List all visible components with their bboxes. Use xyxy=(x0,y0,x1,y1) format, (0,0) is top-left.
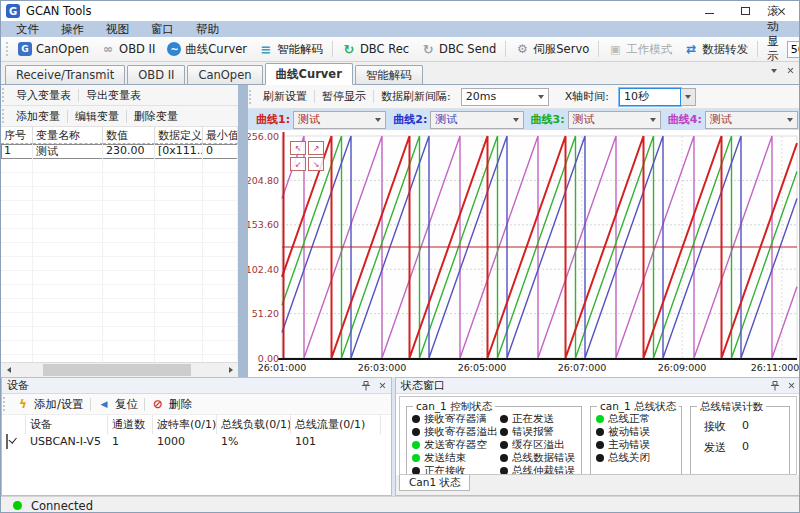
tab-overflow-chevron-down-icon[interactable] xyxy=(771,69,777,73)
empty-cell xyxy=(203,271,238,285)
maximize-icon xyxy=(741,7,750,15)
column-header[interactable]: 数据定义 xyxy=(155,127,203,144)
xaxis-time-select[interactable]: 10秒 xyxy=(619,88,681,106)
y-tick-label: 256.00 xyxy=(248,131,279,142)
led-icon xyxy=(596,428,604,436)
table-cell: 0 xyxy=(203,144,238,159)
xaxis-time-dropdown-button[interactable] xyxy=(681,88,696,106)
column-header[interactable]: 总线负载(0/1) xyxy=(217,415,291,434)
empty-cell xyxy=(33,271,103,285)
status-panel: 状态窗口 can_1 控制状态接收寄存器满接收寄存器溢出发送寄存器空发送结束正在… xyxy=(395,377,800,496)
variables-edit-button-0[interactable]: 添加变量 xyxy=(9,109,67,124)
interval-select[interactable]: 20ms xyxy=(461,88,549,106)
pin-icon[interactable] xyxy=(361,381,371,391)
toolbar-button[interactable]: ⚙伺服Servo xyxy=(509,39,595,60)
bottom-dock: 设备 ϟ添加/设置◀复位⊘删除 设备通道数波特率(0/1)总线负载(0/1)总线… xyxy=(1,377,800,496)
empty-table-row xyxy=(1,187,238,201)
device-toolbar-button-0[interactable]: ϟ添加/设置 xyxy=(10,394,90,415)
smart-decode-icon: ≡ xyxy=(259,42,273,56)
empty-cell xyxy=(103,257,155,271)
table-row[interactable]: 1测试230.00[0x111...0 xyxy=(1,144,238,159)
status-indicator-label: 总线仲裁错误 xyxy=(512,464,575,475)
tab-4[interactable]: 智能解码 xyxy=(355,65,423,84)
column-header[interactable]: 设备 xyxy=(26,415,108,434)
device-toolbar-button-2[interactable]: ⊘删除 xyxy=(145,394,198,415)
variables-io-button-0[interactable]: 导入变量表 xyxy=(9,88,78,103)
chart-pan-button-0[interactable]: ↖ xyxy=(290,141,306,155)
device-row[interactable]: USBCAN-I-V5110001%101 xyxy=(2,434,391,452)
menu-item-0[interactable]: 文件 xyxy=(5,22,50,37)
toolbar-buttons: GCanOpen∞OBD II~曲线Curver≡智能解码↻DBC Rec↻DB… xyxy=(12,39,754,60)
column-header[interactable]: 变量名称 xyxy=(33,127,103,144)
tab-3[interactable]: 曲线Curver xyxy=(265,63,353,85)
curve-panel: 刷新设置 暂停显示 数据刷新间隔: 20ms X轴时间: 10秒 曲线1:测试曲… xyxy=(248,85,800,377)
pin-icon[interactable] xyxy=(770,381,780,391)
status-tab-strip: Can1 状态 xyxy=(396,475,800,495)
error-counter-label: 接收 xyxy=(704,419,726,434)
menu-item-3[interactable]: 窗口 xyxy=(140,22,185,37)
chart-area[interactable]: ↖↗↙↘ 256.00204.80153.60102.4051.200.0026… xyxy=(248,130,800,377)
empty-cell xyxy=(103,355,155,362)
column-header[interactable]: 波特率(0/1) xyxy=(153,415,217,434)
curve-chart-plot[interactable]: 256.00204.80153.60102.4051.200.0026:01:0… xyxy=(248,130,800,377)
scroll-left-button[interactable] xyxy=(1,363,16,377)
chart-pan-button-1[interactable]: ↗ xyxy=(308,141,324,155)
variables-edit-button-1[interactable]: 编辑变量 xyxy=(68,109,126,124)
close-panel-icon[interactable] xyxy=(788,382,795,389)
empty-cell xyxy=(33,159,103,173)
column-header[interactable]: 通道数 xyxy=(108,415,153,434)
empty-cell xyxy=(103,229,155,243)
toolbar-button[interactable]: ↻DBC Rec xyxy=(336,39,415,60)
menu-item-2[interactable]: 视图 xyxy=(95,22,140,37)
error-counter-group-title: 总线错误计数 xyxy=(697,400,766,414)
pause-display-button[interactable]: 暂停显示 xyxy=(315,89,373,104)
toolbar-button[interactable]: ≡智能解码 xyxy=(253,39,329,60)
toolbar-button[interactable]: ⇄数据转发 xyxy=(678,39,754,60)
toolbar-button[interactable]: GCanOpen xyxy=(12,39,95,60)
column-header[interactable]: 序号 xyxy=(1,127,33,144)
status-indicator: 接收寄存器溢出 xyxy=(412,426,496,439)
window-title: GCAN Tools xyxy=(26,4,91,18)
column-header[interactable]: 最小值 xyxy=(203,127,238,144)
empty-cell xyxy=(33,201,103,215)
menu-item-1[interactable]: 操作 xyxy=(50,22,95,37)
empty-cell xyxy=(1,201,33,215)
empty-cell xyxy=(155,271,203,285)
status-indicator: 总线正常 xyxy=(596,413,676,426)
tab-1[interactable]: OBD II xyxy=(127,65,185,84)
tab-close-icon[interactable] xyxy=(787,67,794,74)
column-header[interactable]: 数值 xyxy=(103,127,155,144)
maximize-button[interactable] xyxy=(727,1,763,21)
device-toolbar-button-1[interactable]: ◀复位 xyxy=(91,394,144,415)
column-header[interactable]: 总线流量(0/1) xyxy=(291,415,381,434)
toolbar-button[interactable]: ↻DBC Send xyxy=(415,39,502,60)
tab-2[interactable]: CanOpen xyxy=(187,65,262,84)
close-panel-icon[interactable] xyxy=(379,382,386,389)
curve-4-select[interactable]: 测试 xyxy=(705,111,798,129)
toolbar-button[interactable]: ▣工作模式 xyxy=(602,39,678,60)
scroll-right-button[interactable] xyxy=(223,363,238,377)
chart-pan-button-2[interactable]: ↙ xyxy=(290,157,306,171)
menu-item-4[interactable]: 帮助 xyxy=(185,22,230,37)
curve-1-select[interactable]: 测试 xyxy=(293,111,386,129)
led-icon xyxy=(412,428,420,436)
refresh-settings-button[interactable]: 刷新设置 xyxy=(256,89,314,104)
control-status-group-title: can_1 控制状态 xyxy=(413,400,495,414)
curve-2-select[interactable]: 测试 xyxy=(430,111,523,129)
can1-status-tab[interactable]: Can1 状态 xyxy=(399,475,470,491)
device-checkbox[interactable] xyxy=(6,434,8,449)
curve-3-select[interactable]: 测试 xyxy=(568,111,661,129)
empty-cell xyxy=(103,271,155,285)
scrollbar-thumb[interactable] xyxy=(43,364,191,376)
variables-io-button-1[interactable]: 导出变量表 xyxy=(79,88,148,103)
frame-count-input[interactable] xyxy=(787,41,800,58)
tab-0[interactable]: Receive/Transmit xyxy=(5,65,125,84)
toolbar-button[interactable]: ∞OBD II xyxy=(95,39,161,60)
empty-cell xyxy=(203,215,238,229)
toolbar-button[interactable]: ~曲线Curver xyxy=(161,39,253,60)
horizontal-scrollbar[interactable] xyxy=(1,362,238,377)
minimize-button[interactable] xyxy=(691,1,727,21)
chart-pan-button-3[interactable]: ↘ xyxy=(308,157,324,171)
variables-edit-button-2[interactable]: 删除变量 xyxy=(127,109,185,124)
vertical-splitter[interactable] xyxy=(238,85,248,377)
